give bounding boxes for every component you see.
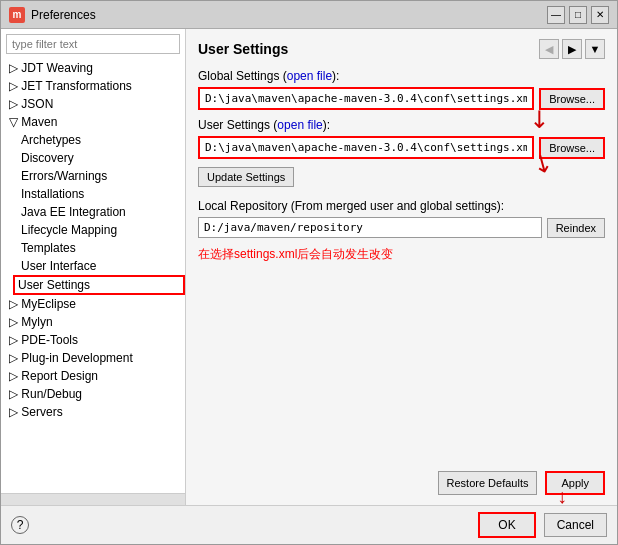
sidebar-item-user-interface[interactable]: User Interface	[13, 257, 185, 275]
local-repo-label: Local Repository (From merged user and g…	[198, 199, 605, 213]
sidebar-item-myeclipse[interactable]: ▷ MyEclipse	[1, 295, 185, 313]
local-repo-section: Local Repository (From merged user and g…	[198, 199, 605, 263]
title-bar-left: m Preferences	[9, 7, 96, 23]
left-panel: ▷ JDT Weaving ▷ JET Transformations ▷ JS…	[1, 29, 186, 505]
nav-buttons: ◀ ▶ ▼	[539, 39, 605, 59]
footer-bar: ? OK ↓ Cancel	[1, 505, 617, 544]
right-panel: User Settings ◀ ▶ ▼ Global Settings (ope…	[186, 29, 617, 505]
global-settings-input[interactable]	[198, 87, 534, 110]
arrow-decoration-3: ↓	[557, 485, 567, 508]
global-browse-button[interactable]: Browse...	[539, 88, 605, 110]
sidebar-item-installations[interactable]: Installations	[13, 185, 185, 203]
sidebar-item-jdt-weaving[interactable]: ▷ JDT Weaving	[1, 59, 185, 77]
sidebar-item-archetypes[interactable]: Archetypes	[13, 131, 185, 149]
global-settings-link[interactable]: open file	[287, 69, 332, 83]
sidebar-item-jet-transformations[interactable]: ▷ JET Transformations	[1, 77, 185, 95]
global-settings-label: Global Settings (open file):	[198, 69, 605, 83]
sidebar-item-run-debug[interactable]: ▷ Run/Debug	[1, 385, 185, 403]
restore-defaults-button[interactable]: Restore Defaults	[438, 471, 538, 495]
ok-button[interactable]: OK	[478, 512, 535, 538]
horizontal-scrollbar[interactable]	[1, 493, 185, 505]
cancel-button[interactable]: Cancel	[544, 513, 607, 537]
window-title: Preferences	[31, 8, 96, 22]
local-repo-row: Reindex	[198, 217, 605, 238]
local-repo-input[interactable]	[198, 217, 542, 238]
sidebar-item-servers[interactable]: ▷ Servers	[1, 403, 185, 421]
sidebar-item-report-design[interactable]: ▷ Report Design	[1, 367, 185, 385]
sidebar-item-discovery[interactable]: Discovery	[13, 149, 185, 167]
title-bar-buttons: — □ ✕	[547, 6, 609, 24]
main-content: ▷ JDT Weaving ▷ JET Transformations ▷ JS…	[1, 29, 617, 505]
user-settings-link[interactable]: open file	[277, 118, 322, 132]
cancel-with-arrow: ↓ Cancel	[544, 513, 607, 537]
user-settings-input[interactable]	[198, 136, 534, 159]
minimize-button[interactable]: —	[547, 6, 565, 24]
help-icon[interactable]: ?	[11, 516, 29, 534]
sidebar-item-pde-tools[interactable]: ▷ PDE-Tools	[1, 331, 185, 349]
annotation-text: 在选择settings.xml后会自动发生改变	[198, 246, 605, 263]
spacer	[198, 263, 605, 463]
panel-title: User Settings	[198, 41, 288, 57]
help-area: ?	[11, 516, 470, 534]
nav-back-button[interactable]: ◀	[539, 39, 559, 59]
app-icon: m	[9, 7, 25, 23]
maven-children: Archetypes Discovery Errors/Warnings Ins…	[1, 131, 185, 295]
action-buttons-row: Restore Defaults Apply	[198, 471, 605, 495]
reindex-button[interactable]: Reindex	[547, 218, 605, 238]
sidebar-item-templates[interactable]: Templates	[13, 239, 185, 257]
arrows-area: Local Repository (From merged user and g…	[198, 199, 605, 263]
panel-header: User Settings ◀ ▶ ▼	[198, 39, 605, 59]
sidebar-item-mylyn[interactable]: ▷ Mylyn	[1, 313, 185, 331]
sidebar-item-user-settings[interactable]: User Settings	[13, 275, 185, 295]
maximize-button[interactable]: □	[569, 6, 587, 24]
sidebar-item-java-ee[interactable]: Java EE Integration	[13, 203, 185, 221]
nav-forward-button[interactable]: ▶	[562, 39, 582, 59]
sidebar-item-lifecycle-mapping[interactable]: Lifecycle Mapping	[13, 221, 185, 239]
close-button[interactable]: ✕	[591, 6, 609, 24]
sidebar-item-maven[interactable]: ▽ Maven	[1, 113, 185, 131]
sidebar-item-errors-warnings[interactable]: Errors/Warnings	[13, 167, 185, 185]
preferences-window: m Preferences — □ ✕ ▷ JDT Weaving ▷ JET …	[0, 0, 618, 545]
tree-container: ▷ JDT Weaving ▷ JET Transformations ▷ JS…	[1, 59, 185, 493]
sidebar-item-json[interactable]: ▷ JSON	[1, 95, 185, 113]
apply-button[interactable]: Apply	[545, 471, 605, 495]
update-settings-button[interactable]: Update Settings	[198, 167, 294, 187]
filter-input[interactable]	[6, 34, 180, 54]
nav-dropdown-button[interactable]: ▼	[585, 39, 605, 59]
sidebar-item-plugin-dev[interactable]: ▷ Plug-in Development	[1, 349, 185, 367]
title-bar: m Preferences — □ ✕	[1, 1, 617, 29]
